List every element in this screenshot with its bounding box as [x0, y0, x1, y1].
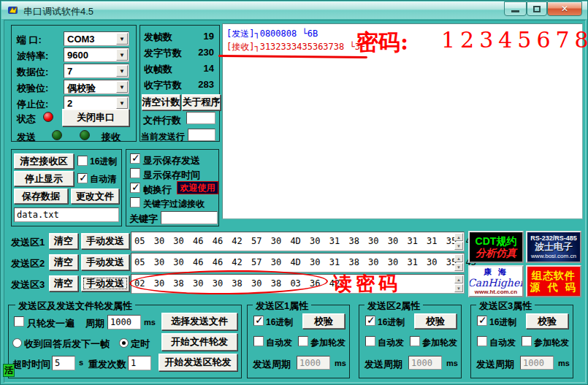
dropdown-arrow-icon: ▼ [119, 52, 125, 58]
select-send-file-button[interactable]: 选择发送文件 [161, 313, 237, 330]
stopbits-select[interactable]: 2 ▼ [64, 96, 129, 110]
send-area1-data-field[interactable]: 05 30 30 46 46 42 57 30 4D 30 31 38 30 3… [131, 232, 465, 251]
current-send-line-field[interactable] [188, 129, 215, 141]
area2-join-cycle-checkbox[interactable] [410, 336, 420, 346]
scroll-down-icon[interactable]: ▼ [454, 242, 463, 250]
clear-receive-button[interactable]: 清空接收区 [14, 153, 74, 169]
keyword-input[interactable] [161, 211, 218, 224]
minimize-button[interactable] [504, 1, 527, 16]
area3-verify-button[interactable]: 校验 [526, 313, 568, 329]
tx-led-label: 发送 [17, 131, 36, 144]
canhigher-logo-url: www.ht.com.cn [475, 289, 517, 295]
frame-newline-checkbox[interactable]: ✓ [130, 183, 140, 193]
password-annotation-value: 12345678 [441, 27, 588, 53]
current-send-line-label: 当前发送行 [141, 131, 185, 143]
baudrate-select[interactable]: 9600 ▼ [64, 47, 129, 62]
send-area2-data-field[interactable]: 05 30 30 46 46 42 57 30 4D 30 31 38 30 3… [131, 253, 465, 272]
maximize-icon [533, 6, 541, 12]
period-input[interactable] [107, 315, 141, 329]
area1-verify-button[interactable]: 校验 [302, 313, 345, 329]
scroll-up-icon[interactable]: ▲ [454, 254, 463, 262]
area1-hex-checkbox[interactable]: ✓ [253, 316, 264, 326]
area2-hex-checkbox[interactable]: ✓ [365, 316, 375, 326]
area3-hex-checkbox[interactable]: ✓ [477, 316, 487, 326]
area3-auto-label: 自动发 [489, 337, 516, 349]
send-area3-manual-send-button[interactable]: 手动发送 [81, 275, 129, 291]
chevron-down-icon[interactable]: ▼ [116, 49, 128, 61]
area1-period-input [297, 356, 330, 370]
auto-clear-label: 自动清 [90, 173, 116, 186]
databits-select[interactable]: 7 ▼ [64, 64, 129, 78]
baudrate-label: 波特率: [17, 50, 48, 63]
save-data-button[interactable]: 保存数据 [14, 188, 68, 204]
period-label: 周期 [85, 317, 104, 330]
bosi-logo[interactable]: RS-232/RS-485 波士电子 www.bosi.com.cn [526, 231, 581, 263]
area1-join-cycle-checkbox[interactable] [298, 336, 308, 346]
retry-input[interactable] [128, 356, 151, 370]
close-icon: ✕ [561, 4, 568, 14]
port-select[interactable]: COM3 ▼ [64, 31, 129, 46]
scada-logo[interactable]: 组态软件 源 代 码 [526, 265, 581, 297]
canhigher-logo[interactable]: 康 海 CanHigher www.ht.com.cn [468, 265, 524, 297]
chevron-down-icon[interactable]: ▼ [116, 97, 128, 109]
area3-period-unit: ms [558, 359, 570, 367]
cycle-once-checkbox[interactable] [14, 316, 24, 327]
area3-join-cycle-checkbox[interactable] [522, 336, 532, 346]
area3-auto-checkbox[interactable] [477, 336, 487, 346]
chevron-down-icon[interactable]: ▼ [116, 81, 128, 93]
send-area3-clear-button[interactable]: 清空 [49, 275, 78, 291]
cdt-logo[interactable]: CDT规约 分析仿真 [468, 231, 524, 263]
scada-logo-line1: 组态软件 [532, 270, 576, 281]
send-area2-manual-send-button[interactable]: 手动发送 [81, 254, 129, 270]
clear-count-button[interactable]: 清空计数 [142, 94, 180, 110]
auto-clear-checkbox[interactable]: ✓ [77, 173, 88, 183]
status-led [43, 112, 53, 122]
scroll-down-icon[interactable]: ▼ [454, 284, 463, 292]
show-save-time-checkbox[interactable] [130, 168, 140, 178]
timeout-unit-label: s [79, 358, 83, 367]
frame-newline-label: 帧换行 [143, 183, 172, 197]
stop-display-button[interactable]: 停止显示 [14, 171, 74, 186]
stopbits-value: 2 [67, 98, 72, 109]
change-file-button[interactable]: 更改文件 [71, 188, 119, 204]
maximize-button[interactable] [527, 1, 547, 16]
check-icon: ✓ [367, 314, 375, 326]
area2-hex-label: 16进制 [378, 316, 405, 329]
scroll-up-icon[interactable]: ▲ [454, 275, 463, 283]
send-area2-clear-button[interactable]: 清空 [49, 254, 78, 270]
check-icon: ✓ [255, 314, 264, 326]
bosi-logo-url: www.bosi.com.cn [531, 253, 576, 259]
parity-select[interactable]: 偶校验 ▼ [64, 80, 129, 94]
hex-display-checkbox[interactable] [77, 156, 88, 166]
send-area1-clear-button[interactable]: 清空 [49, 233, 78, 249]
area2-auto-checkbox[interactable] [365, 336, 375, 346]
timer-mode-radio[interactable] [119, 338, 129, 348]
close-port-button[interactable]: 关闭串口 [62, 109, 129, 126]
start-area-cycle-button[interactable]: 开始发送区轮发 [159, 354, 237, 371]
scroll-down-icon[interactable]: ▼ [454, 263, 463, 271]
send-area1-manual-send-button[interactable]: 手动发送 [81, 233, 129, 249]
send-area1-label: 发送区1 [11, 236, 45, 249]
chevron-down-icon[interactable]: ▼ [116, 33, 128, 45]
tx-log-line: [发送]┐0800808 └6B [226, 28, 318, 40]
file-lines-field[interactable] [186, 112, 215, 124]
baudrate-value: 9600 [67, 50, 88, 61]
chevron-down-icon[interactable]: ▼ [116, 65, 128, 77]
password-annotation-label: 密码: [356, 28, 408, 58]
area2-join-cycle-label: 参加轮发 [422, 337, 457, 349]
close-button[interactable]: ✕ [547, 1, 582, 16]
start-file-cycle-button[interactable]: 开始文件轮发 [161, 333, 237, 351]
save-filename-input[interactable] [14, 207, 119, 222]
answer-mode-radio[interactable] [12, 338, 22, 348]
keyword-filter-label: 关键字过滤接收 [143, 198, 205, 210]
keyword-filter-checkbox[interactable] [130, 197, 140, 207]
ime-indicator-badge[interactable]: 活 [3, 364, 15, 377]
area1-auto-checkbox[interactable] [253, 336, 264, 346]
scroll-up-icon[interactable]: ▲ [454, 233, 463, 241]
area2-verify-button[interactable]: 校验 [414, 313, 457, 329]
timeout-input[interactable] [52, 356, 75, 370]
about-button[interactable]: 关于程序 [182, 94, 221, 110]
title-bar[interactable]: 串口调试软件4.5 [1, 1, 588, 19]
dropdown-arrow-icon: ▼ [119, 68, 125, 75]
show-save-tx-checkbox[interactable]: ✓ [130, 153, 140, 164]
